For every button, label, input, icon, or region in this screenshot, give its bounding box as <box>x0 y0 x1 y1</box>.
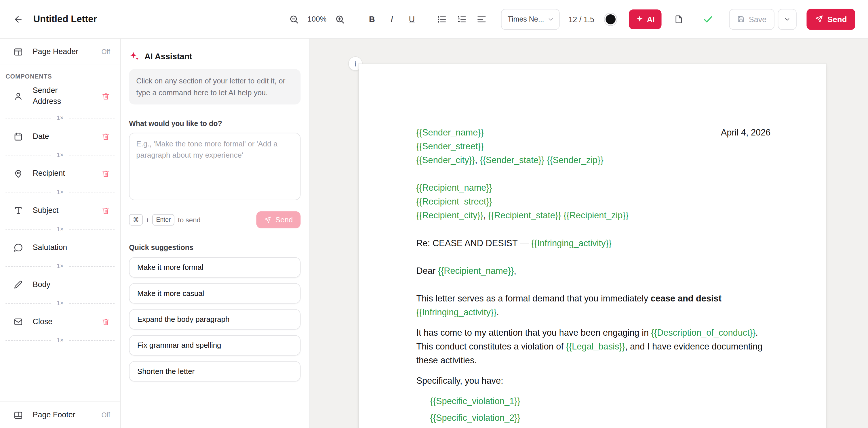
punctuation: , <box>514 266 516 275</box>
delete-close-button[interactable] <box>101 318 110 326</box>
component-row-recipient[interactable]: Recipient <box>0 163 120 184</box>
assistant-header: AI Assistant <box>129 51 301 62</box>
component-row-sender-address[interactable]: Sender Address <box>0 82 120 110</box>
template-variable: {{Recipient_state}} <box>488 210 561 220</box>
font-family-value: Times Ne... <box>508 15 544 23</box>
components-sidebar: Page Header Off COMPONENTS Sender Addres… <box>0 39 121 428</box>
chat-bubble-icon <box>13 243 23 253</box>
delete-date-button[interactable] <box>101 132 110 141</box>
chevron-down-icon <box>783 15 791 23</box>
page-footer-state: Off <box>101 411 110 419</box>
sender-address-block[interactable]: {{Sender_name}} {{Sender_street}} {{Send… <box>416 125 603 167</box>
component-row-close[interactable]: Close <box>0 311 120 332</box>
save-controls: Save <box>729 9 796 30</box>
zoom-out-icon <box>289 14 299 24</box>
text-align-button[interactable] <box>472 10 491 29</box>
body-paragraph-1[interactable]: This letter serves as a formal demand th… <box>416 291 770 319</box>
save-options-button[interactable] <box>778 9 796 30</box>
save-button-label: Save <box>749 15 766 24</box>
component-row-body[interactable]: Body <box>0 274 120 295</box>
prompt-label: What would you like to do? <box>129 119 301 128</box>
delete-sender-address-button[interactable] <box>101 92 110 100</box>
send-row: ⌘ + Enter to send Send <box>129 211 301 228</box>
component-count: 1× <box>57 152 64 158</box>
template-variable: {{Legal_basis}} <box>566 342 625 351</box>
trash-icon <box>101 92 110 100</box>
page-header-label: Page Header <box>33 46 78 57</box>
component-count: 1× <box>57 189 64 195</box>
dashed-divider <box>5 155 51 156</box>
bullet-list-button[interactable] <box>432 10 451 29</box>
recipient-address-block[interactable]: {{Recipient_name}} {{Recipient_street}} … <box>416 181 770 222</box>
trash-icon <box>101 169 110 178</box>
underline-button[interactable]: U <box>402 10 421 29</box>
delete-subject-button[interactable] <box>101 206 110 215</box>
suggestion-expand-body[interactable]: Expand the body paragraph <box>129 309 301 330</box>
zoom-out-button[interactable] <box>285 10 303 29</box>
delete-recipient-button[interactable] <box>101 169 110 178</box>
suggestion-fix-grammar[interactable]: Fix grammar and spelling <box>129 335 301 356</box>
component-label: Close <box>33 317 52 327</box>
toolbar-controls: 100% B I U <box>285 9 855 30</box>
bold-button[interactable]: B <box>363 10 381 29</box>
body-paragraph-2[interactable]: It has come to my attention that you hav… <box>416 326 770 367</box>
paper-plane-icon <box>264 216 271 224</box>
component-count: 1× <box>57 226 64 232</box>
bullet-list-icon <box>437 14 447 24</box>
component-row-date[interactable]: Date <box>0 126 120 147</box>
user-icon <box>13 91 23 101</box>
component-label: Recipient <box>33 168 65 179</box>
sparkle-icon <box>635 15 644 23</box>
send-button-label: Send <box>828 15 847 24</box>
ai-button[interactable]: AI <box>628 9 661 29</box>
component-separator: 1× <box>0 221 120 237</box>
dashed-divider <box>5 118 51 119</box>
dashed-divider <box>69 118 115 119</box>
template-document-button[interactable] <box>669 10 688 29</box>
suggestion-shorten-letter[interactable]: Shorten the letter <box>129 361 301 382</box>
font-family-select[interactable]: Times Ne... <box>501 9 560 30</box>
component-row-salutation[interactable]: Salutation <box>0 237 120 258</box>
template-variable: {{Sender_state}} <box>480 155 544 165</box>
page-header-toggle[interactable]: Page Header Off <box>0 39 120 65</box>
subject-line[interactable]: Re: CEASE AND DESIST — {{Infringing_acti… <box>416 236 770 250</box>
component-row-subject[interactable]: Subject <box>0 200 120 221</box>
align-left-icon <box>476 14 487 24</box>
violation-line-1[interactable]: {{Specific_violation_1}} <box>416 394 770 408</box>
text-color-swatch[interactable] <box>604 13 617 25</box>
save-button[interactable]: Save <box>729 9 774 30</box>
letter-canvas: i {{Sender_name}} {{Sender_street}} {{Se… <box>310 39 868 428</box>
envelope-icon <box>13 317 23 327</box>
numbered-list-icon <box>457 14 467 24</box>
recipient-city-line: {{Recipient_city}}, {{Recipient_state}} … <box>416 208 770 222</box>
component-count: 1× <box>57 263 64 269</box>
quick-suggestions-label: Quick suggestions <box>129 243 301 252</box>
back-button[interactable] <box>9 10 28 29</box>
subject-prefix: Re: CEASE AND DESIST — <box>416 238 531 248</box>
send-button[interactable]: Send <box>806 9 855 30</box>
italic-button[interactable]: I <box>382 10 401 29</box>
punctuation: , <box>483 210 488 220</box>
salutation-line[interactable]: Dear {{Recipient_name}}, <box>416 264 770 277</box>
zoom-controls: 100% <box>285 10 349 29</box>
template-variable: {{Infringing_activity}} <box>416 307 496 317</box>
dashed-divider <box>5 229 51 230</box>
assistant-send-button[interactable]: Send <box>256 211 301 228</box>
sender-city-line: {{Sender_city}}, {{Sender_state}} {{Send… <box>416 153 603 167</box>
template-variable: {{Infringing_activity}} <box>531 238 612 248</box>
punctuation: , <box>475 155 480 165</box>
component-label: Date <box>33 131 49 142</box>
violation-line-2[interactable]: {{Specific_violation_2}} <box>416 411 770 425</box>
suggestion-make-casual[interactable]: Make it more casual <box>129 283 301 303</box>
numbered-list-button[interactable] <box>452 10 471 29</box>
pen-icon <box>13 280 23 290</box>
body-paragraph-3[interactable]: Specifically, you have: <box>416 374 770 388</box>
suggestion-make-formal[interactable]: Make it more formal <box>129 257 301 277</box>
template-variable: {{Recipient_name}} <box>416 183 492 192</box>
zoom-in-button[interactable] <box>331 10 349 29</box>
page-footer-toggle[interactable]: Page Footer Off <box>0 401 120 428</box>
date-block[interactable]: April 4, 2026 <box>721 125 771 139</box>
dashed-divider <box>69 340 115 341</box>
prompt-input[interactable] <box>129 133 301 200</box>
zoom-in-icon <box>335 14 345 24</box>
